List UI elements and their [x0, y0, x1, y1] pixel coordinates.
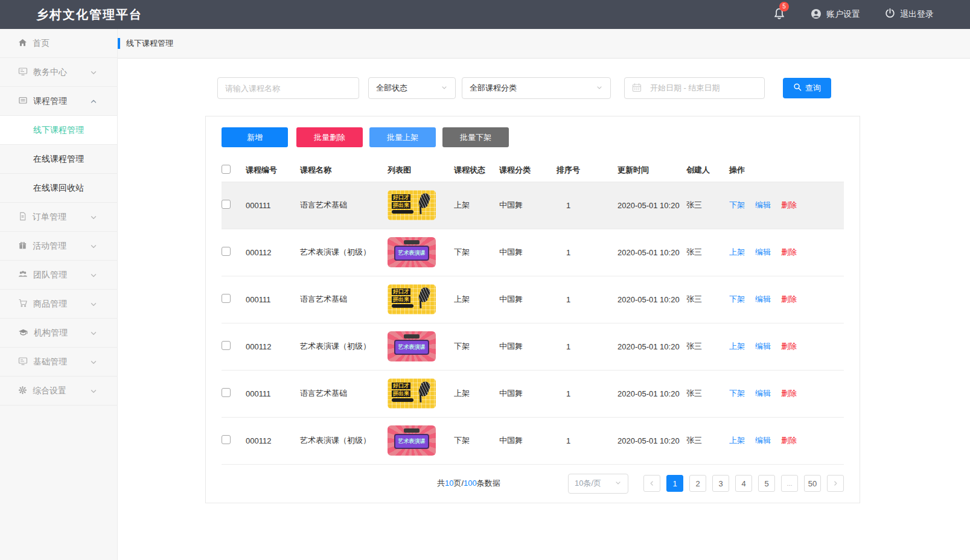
table-body: 000111 语言艺术基础 好口才 拼出来 上架 中国舞 1 2020-05-0…: [222, 182, 844, 464]
sidebar-item-label: 活动管理: [33, 241, 66, 252]
total-pages: 10: [445, 479, 453, 488]
search-icon: [793, 83, 802, 94]
select-all-checkbox[interactable]: [222, 165, 231, 174]
action-delete[interactable]: 删除: [781, 200, 797, 211]
thumbnail-strip: [392, 210, 413, 214]
add-button[interactable]: 新增: [222, 127, 288, 147]
column-header: 操作: [729, 159, 844, 182]
date-range-picker[interactable]: 开始日期 - 结束日期: [624, 77, 765, 99]
thumbnail-text: 好口才: [392, 194, 410, 201]
course-thumbnail: 艺术表演课: [388, 425, 436, 456]
row-checkbox[interactable]: [222, 435, 231, 444]
action-delete[interactable]: 删除: [781, 294, 797, 305]
batch-delete-button[interactable]: 批量删除: [296, 127, 363, 147]
sidebar-item-home[interactable]: 首页: [0, 29, 117, 58]
sidebar-item-label: 订单管理: [33, 212, 66, 223]
column-header: 创建人: [686, 159, 729, 182]
page-size-select[interactable]: 10条/页: [568, 474, 628, 494]
sidebar-subitem-online-recycle-bin[interactable]: 在线课回收站: [0, 174, 117, 203]
action-edit[interactable]: 编辑: [755, 388, 771, 399]
summary-text: 页/: [453, 479, 464, 488]
category-select-value: 全部课程分类: [470, 83, 517, 94]
action-edit[interactable]: 编辑: [755, 435, 771, 446]
row-checkbox[interactable]: [222, 247, 231, 256]
page-button-50[interactable]: 50: [804, 475, 821, 492]
action-delete[interactable]: 删除: [781, 435, 797, 446]
page-ellipsis[interactable]: ...: [781, 475, 798, 492]
user-icon: [810, 8, 822, 22]
row-checkbox[interactable]: [222, 341, 231, 350]
action-edit[interactable]: 编辑: [755, 294, 771, 305]
course-number: 000112: [246, 229, 300, 276]
chevron-down-icon: [89, 213, 98, 221]
action-toggle-status[interactable]: 下架: [729, 388, 745, 399]
page-size-value: 10条/页: [575, 478, 601, 489]
table-footer: 共10页/100条数据 10条/页 12345...50: [222, 465, 844, 503]
action-toggle-status[interactable]: 上架: [729, 435, 745, 446]
course-number: 000112: [246, 323, 300, 370]
course-number: 000111: [246, 370, 300, 417]
tab-offline-course-management[interactable]: 线下课程管理: [118, 29, 173, 58]
page-button-1[interactable]: 1: [666, 475, 683, 492]
action-edit[interactable]: 编辑: [755, 200, 771, 211]
thumbnail-text: 好口才: [392, 383, 410, 389]
sidebar-item-goods-management[interactable]: 商品管理: [0, 290, 117, 319]
action-delete[interactable]: 删除: [781, 247, 797, 258]
search-button-label: 查询: [805, 83, 821, 94]
prev-page-button[interactable]: [643, 475, 660, 492]
next-page-button[interactable]: [827, 475, 844, 492]
action-toggle-status[interactable]: 上架: [729, 247, 745, 258]
sidebar-item-institution-management[interactable]: 机构管理: [0, 319, 117, 348]
course-name-input[interactable]: [217, 77, 359, 99]
action-edit[interactable]: 编辑: [755, 247, 771, 258]
table-row: 000111 语言艺术基础 好口才 拼出来 上架 中国舞 1 2020-05-0…: [222, 182, 844, 229]
sidebar-item-course-management[interactable]: 课程管理: [0, 87, 117, 116]
page-button-4[interactable]: 4: [735, 475, 752, 492]
page-button-5[interactable]: 5: [758, 475, 775, 492]
action-toggle-status[interactable]: 下架: [729, 200, 745, 211]
logout-button[interactable]: 退出登录: [884, 8, 934, 21]
sidebar-item-basic-management[interactable]: 基础管理: [0, 348, 117, 377]
course-name: 艺术表演课（初级）: [300, 417, 388, 464]
sidebar-subitem-offline-course[interactable]: 线下课程管理: [0, 116, 117, 145]
app-title: 乡村文化管理平台: [36, 7, 142, 23]
sidebar-item-label: 教务中心: [33, 67, 67, 78]
sidebar-item-general-settings[interactable]: 综合设置: [0, 377, 117, 406]
action-delete[interactable]: 删除: [781, 388, 797, 399]
filter-bar: 全部状态 全部课程分类 开始日期 - 结束日期 查询: [217, 77, 970, 99]
status-select[interactable]: 全部状态: [368, 77, 456, 99]
sidebar-item-activity-management[interactable]: 活动管理: [0, 232, 117, 261]
thumbnail-speech-course: 好口才 拼出来: [388, 378, 436, 409]
action-delete[interactable]: 删除: [781, 341, 797, 352]
course-name: 艺术表演课（初级）: [300, 229, 388, 276]
action-toggle-status[interactable]: 下架: [729, 294, 745, 305]
account-settings-button[interactable]: 账户设置: [810, 8, 860, 22]
sidebar-item-order-management[interactable]: 订单管理: [0, 203, 117, 232]
column-header: 列表图: [388, 159, 454, 182]
row-checkbox[interactable]: [222, 200, 231, 209]
page-button-3[interactable]: 3: [712, 475, 729, 492]
category-select[interactable]: 全部课程分类: [462, 77, 611, 99]
sidebar-item-academic-center[interactable]: 教务中心: [0, 58, 117, 87]
row-actions: 上架编辑删除: [729, 341, 844, 352]
page-button-2[interactable]: 2: [689, 475, 706, 492]
batch-unpublish-button[interactable]: 批量下架: [442, 127, 509, 147]
chevron-down-icon: [89, 329, 98, 337]
row-checkbox[interactable]: [222, 388, 231, 397]
sidebar-item-label: 商品管理: [33, 299, 67, 310]
action-toggle-status[interactable]: 上架: [729, 341, 745, 352]
row-checkbox[interactable]: [222, 294, 231, 303]
batch-publish-button[interactable]: 批量上架: [369, 127, 436, 147]
monitor-icon: [18, 356, 28, 368]
notification-bell-button[interactable]: 5: [773, 7, 786, 22]
action-edit[interactable]: 编辑: [755, 341, 771, 352]
thumbnail-text: 拼出来: [392, 296, 410, 303]
sidebar-subitem-online-course[interactable]: 在线课程管理: [0, 145, 117, 174]
table-row: 000111 语言艺术基础 好口才 拼出来 上架 中国舞 1 2020-05-0…: [222, 276, 844, 323]
column-header: 课程编号: [246, 159, 300, 182]
sidebar-item-team-management[interactable]: 团队管理: [0, 261, 117, 290]
creator: 张三: [686, 229, 729, 276]
sidebar: 首页 教务中心 课程管理 线下课程管理 在线课程管理 在线课回收站 订单管理: [0, 29, 118, 560]
search-button[interactable]: 查询: [783, 78, 831, 98]
chevron-down-icon: [89, 358, 98, 366]
